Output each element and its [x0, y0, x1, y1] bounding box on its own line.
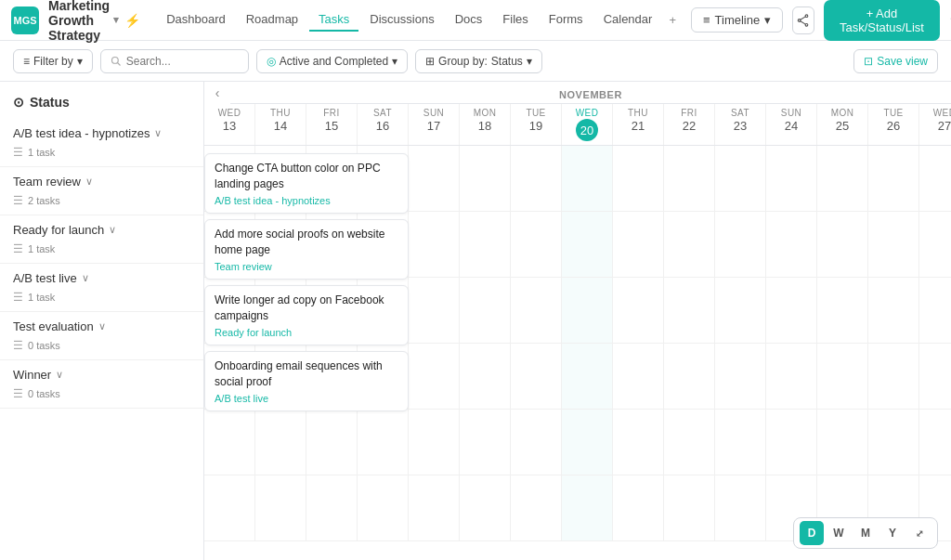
grid-cell-0-13: [868, 146, 919, 211]
day-name: TUE: [870, 108, 917, 118]
topbar: MGS Marketing Growth Strategy ▾ ⚡ Dashbo…: [0, 0, 951, 41]
grid-cell-0-4: [409, 146, 460, 211]
nav-tab-docs[interactable]: Docs: [446, 8, 492, 32]
status-group-test-evaluation: Test evaluation ∨ ☰ 0 tasks: [0, 312, 203, 360]
nav-tab-calendar[interactable]: Calendar: [594, 8, 662, 32]
grid-cell-4-4: [409, 410, 460, 475]
search-input[interactable]: [126, 55, 228, 68]
task-count-test-evaluation-icon: ☰: [13, 339, 23, 352]
day-num: 21: [615, 119, 661, 133]
day-name: WED: [206, 108, 253, 118]
month-header: ‹ NOVEMBER: [204, 82, 951, 104]
group-by-button[interactable]: ⊞ Group by: Status ▾: [415, 49, 542, 73]
group-chevron-winner-icon: ∨: [56, 369, 63, 381]
group-name-ab-hypnotizes: A/B test idea - hypnotizes: [13, 126, 150, 140]
view-year-button[interactable]: Y: [880, 521, 905, 545]
day-num: 25: [819, 119, 866, 133]
group-label-ab-live[interactable]: A/B test live ∨: [0, 264, 203, 289]
search-box[interactable]: [100, 49, 249, 73]
grid-row-2: Write longer ad copy on Facebook campaig…: [204, 278, 951, 344]
day-cell-25: MON 25: [817, 104, 868, 145]
group-label-team-review[interactable]: Team review ∨: [0, 167, 203, 192]
timeline-lines-icon: ≡: [703, 13, 710, 27]
status-circle-icon: ⊙: [13, 95, 24, 110]
nav-tab-tasks[interactable]: Tasks: [309, 8, 358, 32]
view-week-button[interactable]: W: [827, 521, 851, 545]
grid-cell-3-8: [613, 344, 664, 409]
day-name: MON: [819, 108, 866, 118]
nav-tab-forms[interactable]: Forms: [540, 8, 593, 32]
status-filter-button[interactable]: ◎ Active and Completed ▾: [256, 49, 408, 73]
day-name: THU: [615, 108, 661, 118]
day-cell-17: SUN 17: [409, 104, 460, 145]
lightning-icon: ⚡: [124, 13, 140, 28]
svg-point-5: [111, 57, 118, 63]
group-label-ab-hypnotizes[interactable]: A/B test idea - hypnotizes ∨: [0, 119, 203, 144]
nav-tab-dashboard[interactable]: Dashboard: [157, 8, 235, 32]
grid-row-0: Change CTA button color on PPC landing p…: [204, 146, 951, 212]
day-cell-14: THU 14: [255, 104, 306, 145]
share-button[interactable]: [792, 7, 814, 34]
task-count-ab-live-label: 1 task: [28, 292, 55, 303]
day-name: SUN: [768, 108, 814, 118]
task-status: A/B test idea - hypnotizes: [215, 195, 398, 206]
svg-line-6: [117, 62, 120, 65]
status-group-winner: Winner ∨ ☰ 0 tasks: [0, 360, 203, 409]
day-num: 15: [308, 119, 355, 133]
grid-cell-4-6: [511, 410, 562, 475]
task-status: Team review: [215, 261, 398, 272]
task-card-1[interactable]: Add more social proofs on website home p…: [204, 219, 409, 280]
save-view-label: Save view: [877, 55, 928, 68]
grid-cell-1-0: Add more social proofs on website home p…: [204, 212, 255, 277]
grid-cell-3-5: [460, 344, 511, 409]
group-label-test-evaluation[interactable]: Test evaluation ∨: [0, 312, 203, 337]
task-title: Change CTA button color on PPC landing p…: [215, 161, 398, 192]
timeline-button[interactable]: ≡ Timeline ▾: [691, 7, 783, 33]
grid-cell-0-12: [817, 146, 868, 211]
group-label-ready-for-launch[interactable]: Ready for launch ∨: [0, 215, 203, 241]
task-title: Onboarding email sequences with social p…: [215, 358, 398, 390]
group-name-test-evaluation: Test evaluation: [13, 319, 94, 333]
group-name-team-review: Team review: [13, 175, 81, 189]
grid-cell-1-6: [511, 212, 562, 277]
day-num: 22: [666, 119, 712, 133]
nav-tab-files[interactable]: Files: [493, 8, 537, 32]
task-card-3[interactable]: Onboarding email sequences with social p…: [204, 351, 409, 411]
grid-cell-0-9: [664, 146, 715, 211]
nav-tab-discussions[interactable]: Discussions: [360, 8, 443, 32]
task-card-0[interactable]: Change CTA button color on PPC landing p…: [204, 153, 409, 214]
grid-cell-3-12: [817, 344, 868, 409]
status-group-team-review: Team review ∨ ☰ 2 tasks: [0, 167, 203, 215]
svg-line-3: [801, 16, 806, 19]
day-name: WED: [921, 108, 951, 118]
nav-add-icon[interactable]: +: [663, 9, 682, 31]
day-num: 20: [576, 119, 598, 141]
calendar-area[interactable]: ‹ NOVEMBER WED 13THU 14FRI 15SAT 16SUN 1…: [204, 82, 951, 560]
group-icon: ⊞: [425, 55, 435, 68]
save-view-button[interactable]: ⊡ Save view: [853, 49, 938, 73]
grid-cell-5-9: [664, 475, 715, 540]
sidebar: ⊙ Status A/B test idea - hypnotizes ∨ ☰ …: [0, 82, 204, 560]
add-task-button[interactable]: + Add Task/Status/List: [824, 0, 941, 41]
view-day-button[interactable]: D: [800, 521, 824, 545]
grid-cell-4-13: [868, 410, 919, 475]
grid-cell-2-5: [460, 278, 511, 343]
status-filter-label: Active and Completed: [280, 55, 388, 68]
view-fullscreen-button[interactable]: ⤢: [907, 521, 931, 545]
group-label-winner[interactable]: Winner ∨: [0, 360, 203, 385]
task-count-winner-label: 0 tasks: [28, 388, 60, 399]
task-card-2[interactable]: Write longer ad copy on Facebook campaig…: [204, 285, 409, 345]
nav-tab-roadmap[interactable]: Roadmap: [237, 8, 307, 32]
svg-point-0: [805, 14, 808, 17]
task-count-ab-live: ☰ 1 task: [0, 289, 203, 311]
task-count-label: 1 task: [28, 147, 55, 158]
day-name: WED: [564, 108, 610, 118]
group-chevron-ab-hypnotizes-icon: ∨: [154, 127, 162, 139]
grid-cell-2-11: [766, 278, 817, 343]
days-row: WED 13THU 14FRI 15SAT 16SUN 17MON 18TUE …: [204, 104, 951, 146]
view-month-button[interactable]: M: [853, 521, 878, 545]
grid-cell-5-5: [460, 475, 511, 540]
filter-button[interactable]: ≡ Filter by ▾: [13, 49, 93, 73]
title-chevron-icon[interactable]: ▾: [113, 14, 119, 26]
collapse-button[interactable]: ‹: [204, 82, 230, 106]
